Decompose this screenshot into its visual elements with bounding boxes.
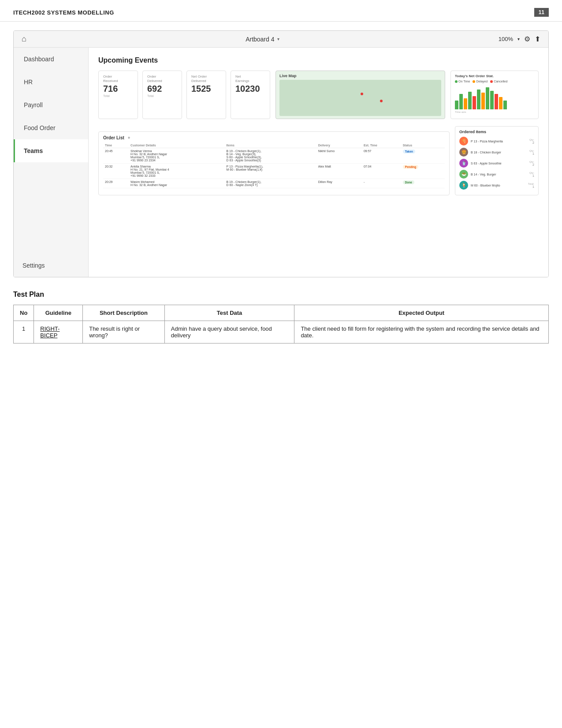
order-status: Taken bbox=[401, 148, 445, 164]
sidebar-item-label: Dashboard bbox=[24, 56, 54, 63]
col-delivery: Delivery bbox=[316, 143, 362, 148]
stat-value-order-received: 716 bbox=[103, 83, 133, 94]
sidebar-item-payroll[interactable]: Payroll bbox=[14, 93, 88, 116]
stat-label-order-received: OrderReceived bbox=[103, 75, 133, 83]
order-customer: Ankita Sharma H No. 21, 97 Flat, Mumbai … bbox=[129, 164, 224, 179]
section-title: Upcoming Events bbox=[98, 56, 539, 64]
toolbar-center: Artboard 4 ▾ bbox=[246, 36, 279, 43]
content-area: Upcoming Events OrderReceived 716 Total … bbox=[89, 48, 548, 277]
sidebar-item-hr[interactable]: HR bbox=[14, 71, 88, 93]
status-badge: Taken bbox=[403, 149, 415, 153]
chart-legend: On Time Delayed Cancelled bbox=[455, 80, 534, 83]
test-plan-row: 1 RIGHT-BICEP The result is right or wro… bbox=[14, 321, 549, 343]
order-status: Done bbox=[401, 179, 445, 188]
col-expected-output: Expected Output bbox=[294, 305, 549, 321]
bar-chart bbox=[455, 85, 534, 109]
table-row: 20:45 Shekhar Verma H No. 32 B, Andheri … bbox=[103, 148, 445, 164]
stat-label-net-order: Net OrderDelivered bbox=[191, 75, 221, 83]
food-icon: 🥤 bbox=[459, 159, 468, 168]
stat-value-net-order: 1525 bbox=[191, 83, 221, 94]
map-dot-1 bbox=[361, 93, 363, 95]
sidebar-item-food-order[interactable]: Food Order bbox=[14, 116, 88, 139]
bottom-row: Order List + Time Customer Details Items… bbox=[98, 126, 539, 195]
stat-card-net-earnings: NetEarnings 10230 bbox=[231, 71, 270, 119]
chart-bar bbox=[459, 94, 463, 109]
order-est-time: 07:04 bbox=[362, 164, 401, 179]
stat-value-order-delivered: 692 bbox=[147, 83, 177, 94]
test-no: 1 bbox=[14, 321, 34, 343]
order-items: P 13 - Pizza Margherita(1), M 60 - Blueb… bbox=[225, 164, 316, 179]
legend-delayed: Delayed bbox=[473, 80, 488, 83]
food-item-name: P 13 - Pizza Margherita bbox=[471, 140, 527, 143]
chart-x-axis: Time axis bbox=[455, 111, 534, 113]
test-plan-section: Test Plan No Guideline Short Description… bbox=[13, 291, 549, 343]
right-bicep-label: RIGHT-BICEP bbox=[40, 325, 60, 339]
chart-bar bbox=[455, 101, 458, 109]
food-item-qty: Qty: 2 bbox=[529, 138, 534, 144]
food-item-name: S 63 - Apple Smoothie bbox=[471, 162, 527, 165]
food-item-name: B 18 - Chicken Burger bbox=[471, 151, 527, 154]
stat-card-order-received: OrderReceived 716 Total bbox=[98, 71, 138, 119]
ordered-item-row: 🍔 B 18 - Chicken Burger Qty: 1 bbox=[459, 148, 534, 157]
sidebar-item-teams[interactable]: Teams bbox=[14, 139, 88, 162]
food-item-name: B 14 - Veg. Burger bbox=[471, 173, 527, 176]
order-customer: Shekhar Verma H No. 32 B, Andheri Nagar … bbox=[129, 148, 224, 164]
food-item-qty: Qty: 1 bbox=[529, 149, 534, 155]
chart-bar bbox=[477, 90, 480, 109]
order-est-time: - bbox=[362, 179, 401, 188]
order-time: 20:32 bbox=[103, 164, 129, 179]
sidebar-item-label: Payroll bbox=[24, 101, 43, 108]
food-icon: 🍔 bbox=[459, 148, 468, 157]
chevron-down-icon[interactable]: ▾ bbox=[277, 37, 279, 41]
page-number: 11 bbox=[534, 8, 549, 17]
stat-label-net-earnings: NetEarnings bbox=[235, 75, 265, 83]
order-list-header: Order List + bbox=[103, 135, 445, 140]
col-test-data: Test Data bbox=[164, 305, 294, 321]
chart-section: Today's Net Order Stat. On Time Delayed bbox=[450, 71, 539, 119]
sidebar-item-settings[interactable]: Settings bbox=[14, 254, 88, 277]
sidebar-item-label: Teams bbox=[24, 147, 43, 154]
food-item-qty-label: Qty: bbox=[529, 149, 534, 152]
order-list-section: Order List + Time Customer Details Items… bbox=[98, 131, 450, 195]
page-title: ITECH2002 SYSTEMS MODELLING bbox=[13, 9, 114, 16]
sidebar-item-dashboard[interactable]: Dashboard bbox=[14, 48, 88, 71]
artboard-wrapper: ⌂ Artboard 4 ▾ 100% ▾ ⚙ ⬆ Dashboard HR P… bbox=[13, 30, 549, 277]
col-time: Time bbox=[103, 143, 129, 148]
zoom-level[interactable]: 100% bbox=[499, 36, 513, 42]
food-item-qty: Qty: 2 bbox=[529, 161, 534, 166]
stat-sub-order-delivered: Total bbox=[147, 94, 177, 97]
stat-card-order-delivered: OrderDelivered 692 Total bbox=[142, 71, 182, 119]
status-badge: Pending bbox=[403, 165, 419, 169]
stat-sub-order-received: Total bbox=[103, 94, 133, 97]
test-expected-output: The client need to fill form for registe… bbox=[294, 321, 549, 343]
order-delivery: Alex Matt bbox=[316, 164, 362, 179]
page-header: ITECH2002 SYSTEMS MODELLING 11 bbox=[0, 0, 562, 22]
food-item-qty: Total: 1 bbox=[528, 183, 534, 188]
chevron-zoom-icon[interactable]: ▾ bbox=[517, 37, 520, 41]
order-list-title: Order List bbox=[103, 135, 124, 140]
order-items: B 19 - Chicken Burger(1), D 60 - Naple Z… bbox=[225, 179, 316, 188]
food-item-qty-label: Qty: bbox=[529, 138, 534, 141]
food-icon: 🍕 bbox=[459, 137, 468, 146]
col-no: No bbox=[14, 305, 34, 321]
add-order-button[interactable]: + bbox=[128, 135, 130, 140]
food-icon: 🥗 bbox=[459, 170, 468, 179]
col-est-time: Est. Time bbox=[362, 143, 401, 148]
order-est-time: 09:57 bbox=[362, 148, 401, 164]
test-data: Admin have a query about service, food d… bbox=[164, 321, 294, 343]
chart-bar bbox=[464, 98, 467, 109]
legend-cancelled-label: Cancelled bbox=[494, 80, 507, 83]
chart-title: Today's Net Order Stat. bbox=[455, 74, 534, 78]
toolbar-right: 100% ▾ ⚙ ⬆ bbox=[499, 35, 540, 43]
order-time: 20:29 bbox=[103, 179, 129, 188]
export-icon[interactable]: ⬆ bbox=[535, 35, 540, 43]
ordered-item-row: 🥤 S 63 - Apple Smoothie Qty: 2 bbox=[459, 159, 534, 168]
legend-cancelled: Cancelled bbox=[490, 80, 507, 83]
chart-bar bbox=[499, 97, 502, 109]
legend-delayed-label: Delayed bbox=[476, 80, 488, 83]
sidebar-item-label: Food Order bbox=[24, 124, 56, 131]
home-icon[interactable]: ⌂ bbox=[22, 34, 26, 44]
col-items: Items bbox=[225, 143, 316, 148]
gear-icon[interactable]: ⚙ bbox=[524, 35, 530, 43]
ordered-items-title: Ordered Items bbox=[459, 130, 534, 134]
